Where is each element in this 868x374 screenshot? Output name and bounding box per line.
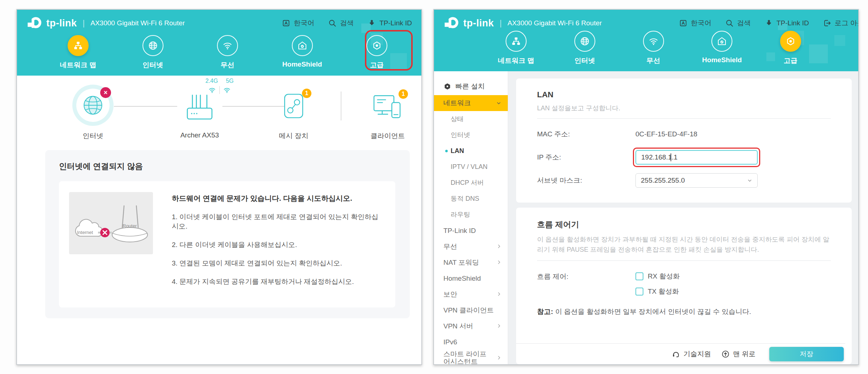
- language-menu[interactable]: 한국어: [679, 18, 711, 28]
- logout-menu[interactable]: 로그 아웃: [823, 18, 858, 28]
- nav-item-homeshield[interactable]: HomeShield: [277, 35, 328, 70]
- nav-item-internet[interactable]: 인터넷: [127, 35, 179, 70]
- wifi-5g-icon: [223, 86, 231, 94]
- map-label-mesh: 메시 장치: [279, 131, 308, 141]
- sidebar-item-internet[interactable]: 인터넷: [434, 127, 508, 143]
- tplink-id-menu[interactable]: TP-Link ID: [367, 19, 412, 27]
- tplink-id-label: TP-Link ID: [776, 19, 809, 27]
- language-label: 한국어: [294, 18, 314, 28]
- map-node-clients[interactable]: 1: [372, 93, 404, 121]
- sidebar-item-dynamic-dns[interactable]: 동적 DNS: [434, 191, 508, 207]
- flow-note: 참고:이 옵션을 활성화하면 일부 장치에서 인터넷이 끊길 수 있습니다.: [537, 307, 831, 316]
- clients-icon: [372, 93, 404, 120]
- sidebar-item-nat-forwarding[interactable]: NAT 포워딩: [434, 254, 508, 270]
- sidebar-item-smart-life-assistant[interactable]: 스마트 라이프 어시스턴트: [434, 350, 508, 364]
- search-menu[interactable]: 검색: [328, 18, 354, 28]
- map-node-router[interactable]: [179, 92, 220, 124]
- sidebar-item-tplink-id[interactable]: TP-Link ID: [434, 222, 508, 238]
- band-24g: 2.4G: [205, 78, 218, 84]
- alert-step: 2. 다른 이더넷 케이블을 사용해보십시오.: [172, 240, 384, 250]
- right-main-nav: 네트워크 맵 인터넷 무선 HomeShield: [434, 31, 858, 65]
- sidebar-item-label: VPN 클라이언트: [443, 306, 494, 314]
- nav-item-advanced[interactable]: 고급: [765, 31, 816, 65]
- sidebar-item-iptv-vlan[interactable]: IPTV / VLAN: [434, 159, 508, 175]
- tech-support-label: 기술지원: [684, 349, 711, 359]
- sidebar-item-label: 상태: [451, 115, 464, 123]
- language-menu[interactable]: 한국어: [282, 18, 314, 28]
- chevron-down-icon: [746, 177, 753, 184]
- headset-icon: [672, 350, 680, 358]
- search-icon: [725, 19, 734, 27]
- network-map-icon: [68, 35, 89, 56]
- wifi-icon: [217, 35, 238, 56]
- tplink-id-label: TP-Link ID: [379, 19, 412, 27]
- brand-wordmark: tp-link: [46, 18, 77, 29]
- mac-address-value: 0C-EF-15-ED-4F-18: [635, 130, 697, 138]
- map-label-internet: 인터넷: [83, 131, 103, 141]
- sidebar-item-lan[interactable]: LAN: [434, 143, 508, 159]
- sidebar-item-security[interactable]: 보안: [434, 286, 508, 302]
- alert-heading: 하드웨어 연결에 문제가 있습니다. 다음을 시도하십시오.: [172, 194, 384, 203]
- home-shield-icon: [711, 31, 732, 52]
- tx-enable-option[interactable]: TX 활성화: [635, 287, 680, 296]
- divider: [537, 118, 831, 119]
- quick-setup-gear-icon: [443, 82, 451, 90]
- tech-support-link[interactable]: 기술지원: [672, 349, 711, 359]
- sidebar-item-ipv6[interactable]: IPv6: [434, 334, 508, 350]
- map-node-internet[interactable]: ×: [76, 89, 110, 122]
- nav-label: HomeShield: [282, 60, 322, 68]
- active-bullet: [445, 150, 448, 152]
- chevron-right-icon: [496, 323, 502, 329]
- save-button[interactable]: 저장: [769, 347, 844, 361]
- logout-label: 로그 아웃: [835, 18, 858, 28]
- nav-item-homeshield[interactable]: HomeShield: [696, 31, 748, 65]
- chevron-down-icon: [495, 100, 502, 106]
- nav-item-advanced[interactable]: 고급: [351, 35, 403, 70]
- nav-item-network-map[interactable]: 네트워크 맵: [490, 31, 542, 65]
- alert-texts: 하드웨어 연결에 문제가 있습니다. 다음을 시도하십시오. 1. 이더넷 케이…: [172, 192, 384, 286]
- flow-control-label: 흐름 제어:: [537, 272, 635, 281]
- sidebar-item-label: NAT 포워딩: [443, 259, 479, 266]
- back-to-top-link[interactable]: 맨 위로: [721, 349, 756, 359]
- rx-checkbox[interactable]: [635, 272, 643, 280]
- sidebar-item-homeshield[interactable]: HomeShield: [434, 270, 508, 286]
- sidebar-item-quick-setup[interactable]: 빠른 설치: [434, 78, 508, 95]
- clients-count-badge: 1: [399, 89, 408, 99]
- subnet-mask-label: 서브넷 마스크:: [537, 176, 635, 185]
- mesh-count-badge: 1: [302, 89, 311, 98]
- sidebar-item-vpn-client[interactable]: VPN 클라이언트: [434, 302, 508, 318]
- ip-address-input[interactable]: 192.168.1.1: [635, 150, 758, 165]
- left-header: tp-link | AX3000 Gigabit Wi-Fi 6 Router …: [17, 10, 421, 76]
- gear-icon: [366, 35, 387, 56]
- lan-card: LAN LAN 설정을보고 구성합니다. MAC 주소: 0C-EF-15-ED…: [516, 78, 852, 203]
- sidebar-item-wireless[interactable]: 무선: [434, 238, 508, 254]
- nav-item-network-map[interactable]: 네트워크 맵: [52, 35, 104, 70]
- router-icon: [179, 92, 220, 123]
- search-icon: [328, 19, 337, 27]
- sidebar-item-routing[interactable]: 라우팅: [434, 207, 508, 222]
- flow-control-row: 흐름 제어: RX 활성화 TX 활성화: [537, 272, 831, 296]
- map-label-router: Archer AX53: [180, 131, 219, 139]
- nav-item-wireless[interactable]: 무선: [202, 35, 253, 70]
- nav-item-wireless[interactable]: 무선: [628, 31, 679, 65]
- search-menu[interactable]: 검색: [725, 18, 751, 28]
- sidebar-item-label: 스마트 라이프 어시스턴트: [443, 350, 494, 364]
- network-map-icon: [506, 31, 527, 52]
- nav-item-internet[interactable]: 인터넷: [559, 31, 610, 65]
- network-map: 2.4G 5G ×: [17, 76, 421, 147]
- subnet-mask-select[interactable]: 255.255.255.0: [635, 173, 758, 188]
- tplink-id-menu[interactable]: TP-Link ID: [765, 19, 809, 27]
- tx-checkbox[interactable]: [635, 288, 643, 296]
- sidebar-item-dhcp-server[interactable]: DHCP 서버: [434, 175, 508, 191]
- disconnected-badge: ×: [100, 87, 111, 98]
- sidebar-section-network[interactable]: 네트워크: [434, 95, 508, 111]
- sidebar-item-vpn-server[interactable]: VPN 서버: [434, 318, 508, 334]
- mac-address-label: MAC 주소:: [537, 129, 635, 139]
- sidebar-item-status[interactable]: 상태: [434, 111, 508, 127]
- internet-globe-icon: [81, 93, 105, 118]
- alert-step: 3. 연결된 모뎀이 제대로 연결되어 있는지 확인하십시오.: [172, 259, 384, 268]
- flow-checkbox-group: RX 활성화 TX 활성화: [635, 272, 680, 296]
- language-icon: [679, 19, 688, 27]
- rx-enable-option[interactable]: RX 활성화: [635, 272, 680, 281]
- map-node-mesh[interactable]: 1: [280, 92, 307, 121]
